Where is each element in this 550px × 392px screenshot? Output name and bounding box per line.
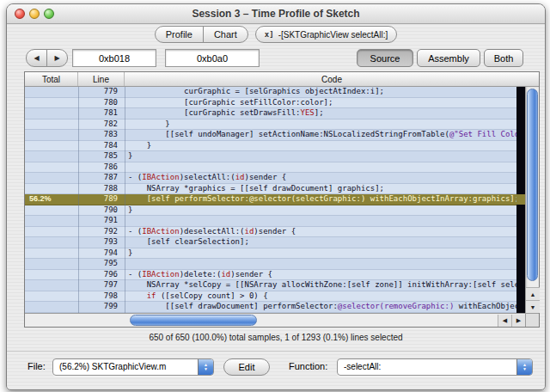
total-cell [25, 227, 78, 237]
code-cell: NSArray *graphics = [[self drawDocument]… [125, 184, 516, 194]
code-row-779[interactable]: 779 curGraphic = [selGraphics objectAtIn… [25, 87, 516, 98]
code-row-787[interactable]: 787- (IBAction)selectAll:(id)sender { [25, 173, 516, 184]
total-cell [25, 119, 78, 130]
scroll-right-icon: ▶ [516, 317, 521, 324]
line-number-cell: 783 [78, 130, 125, 140]
total-cell [25, 205, 78, 216]
column-header-total[interactable]: Total [25, 72, 78, 86]
line-number-cell: 797 [78, 280, 125, 291]
scroll-up-button[interactable]: ▲ [526, 287, 540, 300]
total-cell [25, 87, 78, 97]
title-bar[interactable]: Session 3 – Time Profile of Sketch [7, 4, 545, 24]
source-button[interactable]: Source [357, 49, 413, 67]
zoom-button[interactable] [44, 9, 54, 19]
close-button[interactable] [15, 9, 25, 19]
vertical-scrollbar[interactable]: ▲ ▼ [525, 87, 539, 313]
code-cell: [[self undoManager] setActionName:NSLoca… [125, 130, 516, 140]
vertical-scrollbar-thumb[interactable] [527, 89, 538, 281]
total-cell [25, 270, 78, 280]
scroll-right-button[interactable]: ▶ [511, 315, 525, 327]
code-cell: [self performSelector:@selector(selectGr… [125, 194, 516, 205]
code-row-796[interactable]: 796- (IBAction)delete:(id)sender { [25, 270, 516, 281]
total-cell [25, 98, 78, 108]
line-number-cell: 787 [78, 173, 125, 183]
sample-overview-strip [516, 87, 525, 313]
total-cell [25, 173, 78, 183]
function-popup-value: -selectAll: [344, 359, 515, 375]
horizontal-scrollbar[interactable]: ◀ ▶ [25, 313, 525, 327]
scroll-left-button[interactable]: ◀ [498, 315, 511, 327]
code-row-795[interactable]: 795 [25, 259, 516, 270]
code-row-794[interactable]: 794} [25, 248, 516, 260]
total-cell [25, 248, 78, 259]
code-row-780[interactable]: 780 [curGraphic setFillColor:color]; [25, 98, 516, 109]
edit-button[interactable]: Edit [223, 358, 270, 376]
code-row-782[interactable]: 782 } [25, 119, 516, 131]
total-cell [25, 291, 78, 302]
code-row-798[interactable]: 798 if ([selCopy count] > 0) { [25, 291, 516, 303]
code-cell: - (IBAction)deselectAll:(id)sender { [125, 227, 516, 237]
line-number-cell: 789 [78, 194, 125, 205]
assembly-button[interactable]: Assembly [417, 49, 480, 67]
code-row-783[interactable]: 783 [[self undoManager] setActionName:NS… [25, 130, 516, 141]
code-cell: } [125, 205, 516, 216]
address-start-field[interactable]: 0xb018 [72, 49, 156, 67]
address-end-field[interactable]: 0xb0a0 [165, 49, 260, 67]
both-button[interactable]: Both [484, 49, 523, 67]
code-row-784[interactable]: 784 } [25, 141, 516, 152]
horizontal-scrollbar-thumb[interactable] [130, 315, 257, 326]
code-cell: } [125, 119, 516, 130]
minimize-button[interactable] [29, 9, 40, 19]
column-header-line[interactable]: Line [78, 72, 125, 86]
code-cell [125, 162, 516, 173]
code-cell: - (IBAction)delete:(id)sender { [125, 270, 516, 280]
code-row-799[interactable]: 799 [[self drawDocument] performSelector… [25, 302, 516, 313]
tab-function[interactable]: x] -[SKTGraphicView selectAll:] [255, 26, 397, 43]
forward-button[interactable]: ▶ [46, 49, 68, 67]
function-popup[interactable]: -selectAll: ▲ ▼ [337, 358, 533, 376]
code-cell: NSArray *selCopy = [[NSArray allocWithZo… [125, 280, 516, 291]
code-row-790[interactable]: 790} [25, 205, 516, 217]
line-number-cell: 785 [78, 151, 125, 162]
code-row-791[interactable]: 791 [25, 216, 516, 227]
code-row-793[interactable]: 793 [self clearSelection]; [25, 237, 516, 248]
scroll-down-icon: ▼ [530, 304, 536, 310]
line-number-cell: 780 [78, 98, 125, 108]
code-row-788[interactable]: 788 NSArray *graphics = [[self drawDocum… [25, 184, 516, 195]
code-cell: } [125, 151, 516, 162]
total-cell [25, 130, 78, 140]
total-cell [25, 151, 78, 162]
forward-icon: ▶ [54, 55, 59, 62]
line-number-cell: 793 [78, 237, 125, 248]
code-row-786[interactable]: 786 [25, 162, 516, 174]
code-row-789[interactable]: 56.2%789 [self performSelector:@selector… [25, 194, 516, 205]
back-button[interactable]: ◀ [26, 49, 47, 67]
code-row-792[interactable]: 792- (IBAction)deselectAll:(id)sender { [25, 227, 516, 238]
code-cell [125, 216, 516, 226]
code-row-785[interactable]: 785} [25, 151, 516, 162]
tab-chart[interactable]: Chart [203, 26, 248, 43]
total-cell [25, 184, 78, 194]
line-number-cell: 782 [78, 119, 125, 130]
code-row-797[interactable]: 797 NSArray *selCopy = [[NSArray allocWi… [25, 280, 516, 291]
status-bar: 650 of 650 (100.0%) total samples, 1 of … [7, 333, 545, 342]
line-number-cell: 798 [78, 291, 125, 302]
code-cell: [self clearSelection]; [125, 237, 516, 248]
line-number-cell: 799 [78, 302, 125, 312]
total-cell [25, 141, 78, 151]
tab-profile[interactable]: Profile [155, 26, 204, 43]
total-cell: 56.2% [25, 194, 78, 205]
scroll-down-button[interactable]: ▼ [526, 300, 540, 313]
file-popup[interactable]: (56.2%) SKTGraphicView.m ▲ ▼ [52, 358, 214, 376]
column-header-code[interactable]: Code [125, 72, 539, 86]
code-row-781[interactable]: 781 [curGraphic setDrawsFill:YES]; [25, 108, 516, 119]
line-number-cell: 784 [78, 141, 125, 151]
total-cell [25, 162, 78, 173]
total-cell [25, 216, 78, 226]
line-number-cell: 792 [78, 227, 125, 237]
column-divider [125, 87, 125, 313]
code-cell: curGraphic = [selGraphics objectAtIndex:… [125, 87, 516, 97]
line-number-cell: 786 [78, 162, 125, 173]
line-number-cell: 795 [78, 259, 125, 269]
line-number-cell: 788 [78, 184, 125, 194]
